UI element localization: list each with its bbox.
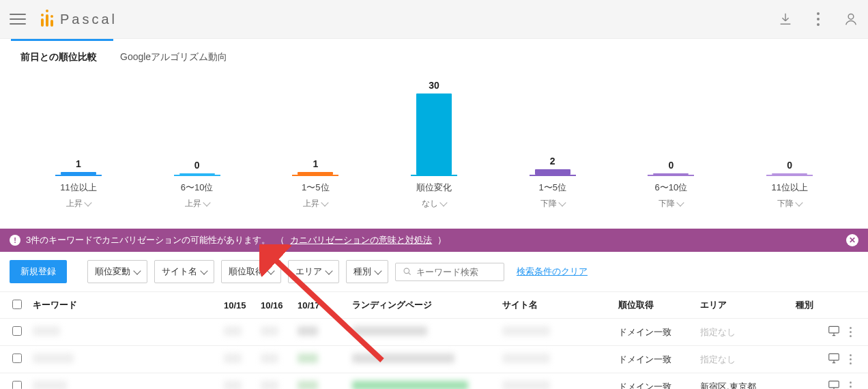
search-icon — [403, 267, 412, 276]
row-checkbox[interactable] — [12, 381, 22, 389]
chart-column[interactable]: 06〜10位下降 — [612, 80, 731, 210]
chart-underline — [174, 175, 220, 176]
more-icon[interactable] — [811, 12, 826, 27]
filter-サイト名[interactable]: サイト名 — [154, 260, 214, 283]
filter-label: エリア — [295, 265, 322, 278]
tab-rank-compare[interactable]: 前日との順位比較 — [19, 47, 98, 73]
chevron-down-icon — [321, 199, 329, 206]
filter-label: 順位変動 — [95, 265, 130, 278]
svg-point-1 — [404, 268, 409, 274]
chart-category: 1〜5位 — [302, 182, 329, 194]
menu-icon[interactable] — [10, 11, 26, 27]
chevron-down-icon — [203, 199, 210, 206]
search-field[interactable] — [416, 267, 497, 277]
row-checkbox[interactable] — [12, 354, 22, 363]
alert-icon: ! — [10, 235, 20, 246]
svg-rect-4 — [829, 381, 839, 387]
chart-column[interactable]: 111位以上上昇 — [19, 80, 138, 210]
filter-順位取得[interactable]: 順位取得 — [221, 260, 281, 283]
col-site[interactable]: サイト名 — [497, 292, 613, 319]
rank-cell — [224, 354, 242, 363]
chart-underline — [648, 175, 694, 176]
chart-subcategory[interactable]: 下降 — [659, 198, 683, 210]
brand-name: Pascal — [60, 12, 117, 27]
chart-subcategory[interactable]: 上昇 — [66, 198, 91, 210]
chart-subcategory[interactable]: 上昇 — [185, 198, 209, 210]
chart-subcategory[interactable]: 下降 — [540, 198, 565, 210]
chart-category: 11位以上 — [60, 182, 96, 194]
area-cell: 新宿区,東京都 — [695, 373, 790, 390]
row-more-icon[interactable] — [850, 381, 852, 389]
chevron-down-icon — [267, 267, 274, 274]
svg-rect-2 — [829, 326, 839, 332]
download-icon[interactable] — [778, 12, 793, 27]
chevron-down-icon — [677, 199, 684, 206]
col-keyword[interactable]: キーワード — [27, 292, 218, 319]
chart-underline — [55, 175, 102, 176]
clear-filters-link[interactable]: 検索条件のクリア — [517, 265, 588, 278]
chart-category: 11位以上 — [771, 182, 807, 194]
table-row[interactable]: ドメイン一致指定なし — [0, 346, 868, 373]
chart-column[interactable]: 30順位変化なし — [375, 80, 493, 210]
filter-label: サイト名 — [162, 265, 197, 278]
alert-paren: ） — [437, 234, 446, 246]
chevron-down-icon — [558, 199, 566, 206]
chart-value: 1 — [76, 158, 81, 169]
monitor-icon[interactable] — [828, 353, 840, 366]
chart-bar — [416, 93, 452, 175]
col-date[interactable]: 10/15 — [218, 292, 255, 319]
monitor-icon[interactable] — [828, 380, 840, 389]
row-more-icon[interactable] — [850, 354, 852, 364]
tabs: 前日との順位比較 Googleアルゴリズム動向 — [0, 38, 868, 73]
chart-value: 0 — [669, 160, 674, 171]
filter-種別[interactable]: 種別 — [346, 260, 388, 283]
chart-underline — [766, 175, 813, 176]
chart-subcategory[interactable]: 上昇 — [303, 198, 328, 210]
filter-順位変動[interactable]: 順位変動 — [87, 260, 147, 283]
col-area[interactable]: エリア — [695, 292, 790, 319]
landing-cell — [352, 354, 454, 363]
monitor-icon[interactable] — [828, 326, 840, 338]
chart-column[interactable]: 011位以上下降 — [730, 80, 849, 210]
brand-logo[interactable]: Pascal — [41, 12, 117, 27]
rank-type-cell: ドメイン一致 — [613, 346, 695, 373]
svg-point-0 — [848, 14, 854, 19]
alert-link[interactable]: カニバリゼーションの意味と対処法 — [290, 234, 432, 246]
tab-google-algo[interactable]: Googleアルゴリズム動向 — [119, 47, 229, 73]
rank-cell — [298, 354, 318, 363]
select-all-checkbox[interactable] — [12, 300, 22, 309]
chart-subcategory[interactable]: なし — [422, 198, 446, 210]
col-date[interactable]: 10/17 — [292, 292, 347, 319]
chart-column[interactable]: 06〜10位上昇 — [138, 80, 257, 210]
keyword-cell — [33, 326, 60, 336]
chart-column[interactable]: 11〜5位上昇 — [256, 80, 375, 210]
col-rank[interactable]: 順位取得 — [613, 292, 695, 319]
chevron-down-icon — [439, 199, 447, 206]
col-date[interactable]: 10/16 — [255, 292, 292, 319]
chevron-down-icon — [84, 199, 91, 206]
keyword-cell — [33, 354, 74, 363]
chart-subcategory[interactable]: 下降 — [777, 198, 802, 210]
area-cell: 指定なし — [695, 319, 790, 346]
tab-label: Googleアルゴリズム動向 — [120, 51, 227, 62]
table-row[interactable]: ドメイン一致指定なし — [0, 319, 868, 346]
area-cell: 指定なし — [695, 346, 790, 373]
filter-label: 種別 — [353, 265, 371, 278]
filter-エリア[interactable]: エリア — [288, 260, 339, 283]
brand-mark-icon — [41, 12, 53, 27]
chart-value: 0 — [194, 160, 200, 171]
table-row[interactable]: ドメイン一致新宿区,東京都 — [0, 373, 868, 390]
row-more-icon[interactable] — [850, 327, 852, 337]
row-checkbox[interactable] — [12, 326, 22, 336]
new-button[interactable]: 新規登録 — [10, 260, 67, 283]
chart-column[interactable]: 21〜5位下降 — [493, 80, 612, 210]
col-type[interactable]: 種別 — [790, 292, 868, 319]
keyword-cell — [33, 381, 67, 389]
col-landing[interactable]: ランディングページ — [347, 292, 497, 319]
user-icon[interactable] — [843, 12, 858, 27]
alert-close-button[interactable]: ✕ — [846, 234, 858, 246]
filter-label: 順位取得 — [229, 265, 264, 278]
search-input[interactable] — [395, 263, 504, 281]
landing-cell — [352, 381, 468, 389]
svg-rect-3 — [829, 354, 839, 360]
